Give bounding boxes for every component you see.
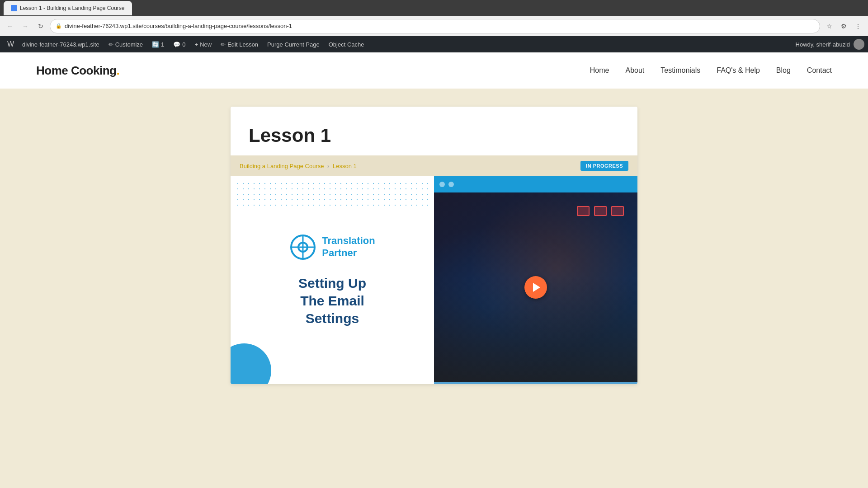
breadcrumb-current: Lesson 1: [333, 163, 357, 169]
breadcrumb-course-link[interactable]: Building a Landing Page Course: [240, 163, 326, 169]
lesson-media: Translation Partner Setting Up The Email…: [231, 176, 637, 384]
tp-main-text: Setting Up The Email Settings: [298, 274, 366, 327]
howdy-text: Howdy, sherif-abuzid: [796, 41, 854, 48]
breadcrumb-separator: ›: [327, 163, 329, 169]
nav-faqs[interactable]: FAQ's & Help: [717, 66, 760, 75]
browser-toolbar: ← → ↻ 🔒 divine-feather-76243.wp1.site/co…: [0, 16, 868, 36]
tp-text-line1: Setting Up: [298, 276, 366, 291]
video-progress-bar: [434, 382, 637, 384]
breadcrumb-course-text: Building a Landing Page Course: [240, 163, 324, 169]
video-thumbnail[interactable]: [434, 192, 637, 382]
wp-new-link[interactable]: + New: [190, 36, 217, 52]
tab-bar: Lesson 1 - Building a Landing Page Cours…: [0, 0, 868, 16]
email-icons: [577, 206, 624, 216]
tp-logo-area: Translation Partner: [289, 234, 375, 261]
tab-label: Lesson 1 - Building a Landing Page Cours…: [20, 5, 125, 11]
lock-icon: 🔒: [56, 23, 62, 29]
email-icon-3: [611, 206, 624, 216]
breadcrumb-bar: Building a Landing Page Course › Lesson …: [231, 155, 637, 176]
site-header: Home Cooking. Home About Testimonials FA…: [0, 52, 868, 89]
play-triangle-icon: [533, 283, 540, 292]
wp-edit-lesson-label: Edit Lesson: [227, 41, 258, 48]
nav-contact[interactable]: Contact: [807, 66, 832, 75]
wp-site-link[interactable]: divine-feather-76243.wp1.site: [18, 36, 104, 52]
nav-home[interactable]: Home: [590, 66, 609, 75]
browser-toolbar-icons: ☆ ⚙ ⋮: [823, 20, 864, 33]
wp-object-cache-link[interactable]: Object Cache: [324, 36, 369, 52]
comments-icon: 💬: [173, 41, 180, 48]
nav-testimonials[interactable]: Testimonials: [660, 66, 700, 75]
logo-text: Home Cooking: [36, 64, 116, 77]
wp-comments-link[interactable]: 💬 0: [169, 36, 190, 52]
wp-site-name: divine-feather-76243.wp1.site: [22, 41, 99, 48]
wp-customize-link[interactable]: ✏ Customize: [104, 36, 147, 52]
edit-icon: ✏: [221, 41, 226, 48]
tp-content: Translation Partner Setting Up The Email…: [276, 220, 388, 341]
url-text: divine-feather-76243.wp1.site/courses/bu…: [65, 23, 814, 29]
site-logo[interactable]: Home Cooking.: [36, 64, 119, 78]
wp-comments-count: 0: [182, 41, 185, 48]
address-bar[interactable]: 🔒 divine-feather-76243.wp1.site/courses/…: [50, 19, 820, 33]
video-dot-1: [439, 182, 445, 187]
customize-pencil-icon: ✏: [108, 41, 113, 48]
wp-purge-label: Purge Current Page: [267, 41, 320, 48]
tp-logo-icon: [289, 234, 316, 261]
plus-icon: +: [195, 41, 198, 48]
tp-text-line3: Settings: [306, 311, 359, 326]
tp-logo-line1: Translation: [322, 235, 375, 246]
updates-icon: 🔄: [152, 41, 159, 48]
main-content: Lesson 1 Building a Landing Page Course …: [0, 89, 868, 402]
back-button[interactable]: ←: [4, 20, 16, 33]
nav-about[interactable]: About: [625, 66, 644, 75]
browser-chrome: Lesson 1 - Building a Landing Page Cours…: [0, 0, 868, 36]
wp-new-label: New: [200, 41, 212, 48]
wp-purge-link[interactable]: Purge Current Page: [263, 36, 324, 52]
play-button[interactable]: [524, 276, 547, 299]
lesson-container: Lesson 1 Building a Landing Page Course …: [231, 107, 637, 384]
wp-admin-bar: W divine-feather-76243.wp1.site ✏ Custom…: [0, 36, 868, 52]
lesson-title: Lesson 1: [249, 125, 619, 146]
media-left: Translation Partner Setting Up The Email…: [231, 176, 434, 384]
wp-updates-count: 1: [161, 41, 164, 48]
forward-button[interactable]: →: [19, 20, 32, 33]
video-header: [434, 176, 637, 192]
wp-logo: W: [4, 40, 18, 48]
site-nav: Home About Testimonials FAQ's & Help Blo…: [590, 66, 832, 75]
wp-bar-right: Howdy, sherif-abuzid: [796, 39, 864, 50]
active-tab[interactable]: Lesson 1 - Building a Landing Page Cours…: [4, 1, 132, 15]
video-dot-2: [448, 182, 454, 187]
user-avatar: [854, 39, 864, 50]
wp-updates-link[interactable]: 🔄 1: [147, 36, 169, 52]
email-icon-1: [577, 206, 590, 216]
extensions-button[interactable]: ⚙: [837, 20, 850, 33]
reload-button[interactable]: ↻: [34, 20, 47, 33]
nav-blog[interactable]: Blog: [776, 66, 791, 75]
lesson-title-area: Lesson 1: [231, 107, 637, 155]
tab-favicon: [11, 5, 17, 11]
menu-button[interactable]: ⋮: [852, 20, 864, 33]
bookmark-button[interactable]: ☆: [823, 20, 835, 33]
wp-customize-label: Customize: [115, 41, 143, 48]
breadcrumb: Building a Landing Page Course › Lesson …: [240, 163, 357, 169]
tp-logo-line2: Partner: [322, 247, 357, 258]
media-right: [434, 176, 637, 384]
dots-pattern: [235, 181, 429, 208]
tp-text-line2: The Email: [300, 293, 364, 308]
tp-logo-text: Translation Partner: [322, 235, 375, 259]
wp-edit-lesson-link[interactable]: ✏ Edit Lesson: [216, 36, 263, 52]
email-icon-2: [594, 206, 607, 216]
wp-object-cache-label: Object Cache: [329, 41, 364, 48]
logo-dot: .: [116, 64, 119, 77]
status-badge: IN PROGRESS: [580, 161, 628, 171]
